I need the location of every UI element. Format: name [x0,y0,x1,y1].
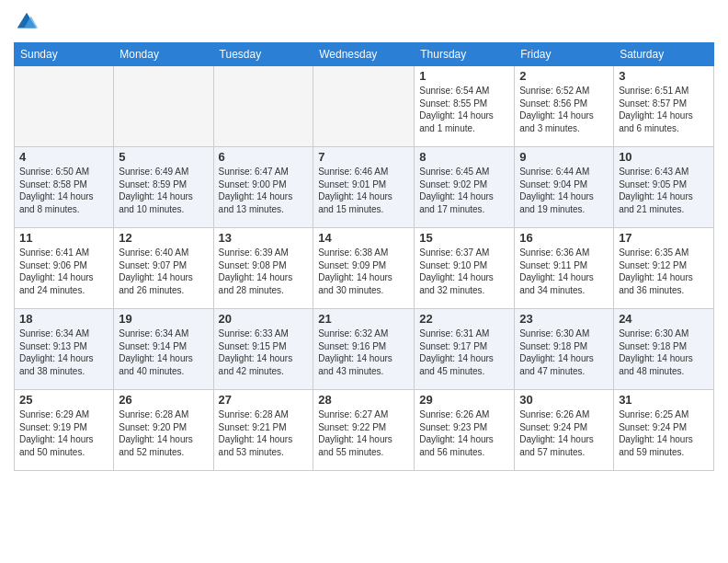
day-number: 6 [219,150,309,164]
calendar-week-row: 11Sunrise: 6:41 AMSunset: 9:06 PMDayligh… [15,228,714,309]
day-number: 11 [19,231,108,245]
day-number: 29 [419,393,509,407]
day-info: Sunrise: 6:39 AMSunset: 9:08 PMDaylight:… [219,247,309,296]
day-number: 24 [619,312,709,326]
day-info: Sunrise: 6:33 AMSunset: 9:15 PMDaylight:… [219,327,309,377]
table-row: 31Sunrise: 6:25 AMSunset: 9:24 PMDayligh… [614,390,714,471]
day-number: 16 [519,231,609,245]
table-row [213,66,313,147]
day-number: 1 [419,69,509,83]
calendar-week-row: 4Sunrise: 6:50 AMSunset: 8:58 PMDaylight… [15,147,714,228]
table-row [114,66,213,147]
col-friday: Friday [515,43,614,66]
day-info: Sunrise: 6:37 AMSunset: 9:10 PMDaylight:… [419,247,509,296]
day-info: Sunrise: 6:30 AMSunset: 9:18 PMDaylight:… [619,327,709,377]
day-number: 21 [318,312,409,326]
table-row: 4Sunrise: 6:50 AMSunset: 8:58 PMDaylight… [15,147,114,228]
day-info: Sunrise: 6:54 AMSunset: 8:55 PMDaylight:… [419,85,509,134]
col-saturday: Saturday [614,43,714,66]
day-number: 4 [19,150,108,164]
day-number: 14 [318,231,409,245]
table-row: 7Sunrise: 6:46 AMSunset: 9:01 PMDaylight… [313,147,415,228]
table-row: 14Sunrise: 6:38 AMSunset: 9:09 PMDayligh… [313,228,415,309]
day-number: 28 [318,393,409,407]
logo-icon [14,9,40,35]
day-number: 15 [419,231,509,245]
table-row: 20Sunrise: 6:33 AMSunset: 9:15 PMDayligh… [213,309,313,390]
table-row: 8Sunrise: 6:45 AMSunset: 9:02 PMDaylight… [415,147,515,228]
table-row: 27Sunrise: 6:28 AMSunset: 9:21 PMDayligh… [213,390,313,471]
table-row: 12Sunrise: 6:40 AMSunset: 9:07 PMDayligh… [114,228,213,309]
day-number: 20 [219,312,309,326]
table-row: 6Sunrise: 6:47 AMSunset: 9:00 PMDaylight… [213,147,313,228]
page: Sunday Monday Tuesday Wednesday Thursday… [0,0,728,563]
day-number: 2 [519,69,609,83]
day-info: Sunrise: 6:34 AMSunset: 9:14 PMDaylight:… [119,327,208,377]
table-row: 21Sunrise: 6:32 AMSunset: 9:16 PMDayligh… [313,309,415,390]
table-row: 2Sunrise: 6:52 AMSunset: 8:56 PMDaylight… [515,66,614,147]
table-row: 24Sunrise: 6:30 AMSunset: 9:18 PMDayligh… [614,309,714,390]
day-info: Sunrise: 6:38 AMSunset: 9:09 PMDaylight:… [318,247,409,296]
day-info: Sunrise: 6:29 AMSunset: 9:19 PMDaylight:… [19,408,108,458]
day-number: 25 [19,393,108,407]
day-number: 23 [519,312,609,326]
calendar-week-row: 25Sunrise: 6:29 AMSunset: 9:19 PMDayligh… [15,390,714,471]
table-row: 1Sunrise: 6:54 AMSunset: 8:55 PMDaylight… [415,66,515,147]
table-row: 15Sunrise: 6:37 AMSunset: 9:10 PMDayligh… [415,228,515,309]
day-number: 9 [519,150,609,164]
day-number: 3 [619,69,709,83]
calendar-table: Sunday Monday Tuesday Wednesday Thursday… [14,42,714,471]
day-info: Sunrise: 6:26 AMSunset: 9:24 PMDaylight:… [519,408,609,458]
day-number: 5 [119,150,208,164]
table-row: 9Sunrise: 6:44 AMSunset: 9:04 PMDaylight… [515,147,614,228]
day-info: Sunrise: 6:52 AMSunset: 8:56 PMDaylight:… [519,85,609,134]
table-row [15,66,114,147]
table-row: 10Sunrise: 6:43 AMSunset: 9:05 PMDayligh… [614,147,714,228]
table-row: 18Sunrise: 6:34 AMSunset: 9:13 PMDayligh… [15,309,114,390]
day-info: Sunrise: 6:41 AMSunset: 9:06 PMDaylight:… [19,247,108,296]
day-info: Sunrise: 6:47 AMSunset: 9:00 PMDaylight:… [219,166,309,215]
day-info: Sunrise: 6:28 AMSunset: 9:20 PMDaylight:… [119,408,208,458]
day-info: Sunrise: 6:51 AMSunset: 8:57 PMDaylight:… [619,85,709,134]
day-info: Sunrise: 6:36 AMSunset: 9:11 PMDaylight:… [519,247,609,296]
day-info: Sunrise: 6:26 AMSunset: 9:23 PMDaylight:… [419,408,509,458]
day-info: Sunrise: 6:50 AMSunset: 8:58 PMDaylight:… [19,166,108,215]
col-tuesday: Tuesday [213,43,313,66]
day-number: 30 [519,393,609,407]
header [14,9,714,35]
day-info: Sunrise: 6:40 AMSunset: 9:07 PMDaylight:… [119,247,208,296]
table-row: 25Sunrise: 6:29 AMSunset: 9:19 PMDayligh… [15,390,114,471]
calendar-header-row: Sunday Monday Tuesday Wednesday Thursday… [15,43,714,66]
day-number: 27 [219,393,309,407]
calendar-week-row: 1Sunrise: 6:54 AMSunset: 8:55 PMDaylight… [15,66,714,147]
table-row: 16Sunrise: 6:36 AMSunset: 9:11 PMDayligh… [515,228,614,309]
day-info: Sunrise: 6:31 AMSunset: 9:17 PMDaylight:… [419,327,509,377]
col-sunday: Sunday [15,43,114,66]
table-row: 23Sunrise: 6:30 AMSunset: 9:18 PMDayligh… [515,309,614,390]
day-number: 26 [119,393,208,407]
day-number: 8 [419,150,509,164]
day-info: Sunrise: 6:32 AMSunset: 9:16 PMDaylight:… [318,327,409,377]
table-row [313,66,415,147]
day-info: Sunrise: 6:46 AMSunset: 9:01 PMDaylight:… [318,166,409,215]
table-row: 17Sunrise: 6:35 AMSunset: 9:12 PMDayligh… [614,228,714,309]
table-row: 13Sunrise: 6:39 AMSunset: 9:08 PMDayligh… [213,228,313,309]
day-number: 22 [419,312,509,326]
table-row: 26Sunrise: 6:28 AMSunset: 9:20 PMDayligh… [114,390,213,471]
day-info: Sunrise: 6:43 AMSunset: 9:05 PMDaylight:… [619,166,709,215]
table-row: 19Sunrise: 6:34 AMSunset: 9:14 PMDayligh… [114,309,213,390]
calendar-week-row: 18Sunrise: 6:34 AMSunset: 9:13 PMDayligh… [15,309,714,390]
day-info: Sunrise: 6:28 AMSunset: 9:21 PMDaylight:… [219,408,309,458]
table-row: 22Sunrise: 6:31 AMSunset: 9:17 PMDayligh… [415,309,515,390]
day-info: Sunrise: 6:30 AMSunset: 9:18 PMDaylight:… [519,327,609,377]
day-info: Sunrise: 6:25 AMSunset: 9:24 PMDaylight:… [619,408,709,458]
table-row: 3Sunrise: 6:51 AMSunset: 8:57 PMDaylight… [614,66,714,147]
day-info: Sunrise: 6:44 AMSunset: 9:04 PMDaylight:… [519,166,609,215]
day-number: 31 [619,393,709,407]
table-row: 11Sunrise: 6:41 AMSunset: 9:06 PMDayligh… [15,228,114,309]
day-info: Sunrise: 6:45 AMSunset: 9:02 PMDaylight:… [419,166,509,215]
col-monday: Monday [114,43,213,66]
col-wednesday: Wednesday [313,43,415,66]
table-row: 28Sunrise: 6:27 AMSunset: 9:22 PMDayligh… [313,390,415,471]
day-info: Sunrise: 6:35 AMSunset: 9:12 PMDaylight:… [619,247,709,296]
